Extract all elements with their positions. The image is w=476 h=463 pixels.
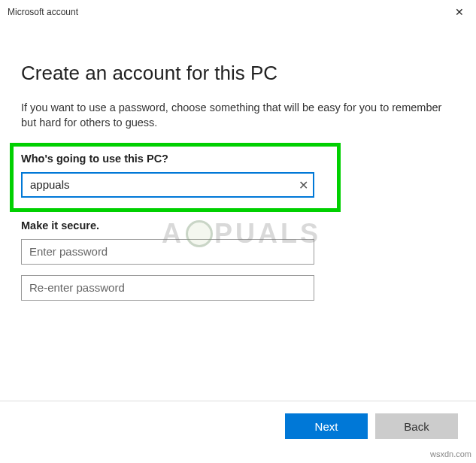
secure-label: Make it secure. xyxy=(21,219,455,232)
password-input[interactable] xyxy=(21,239,314,265)
username-input[interactable] xyxy=(21,172,314,198)
window-title: Microsoft account xyxy=(8,7,78,17)
footer-buttons: Next Back xyxy=(285,413,458,439)
clear-input-icon[interactable]: ✕ xyxy=(299,177,308,192)
secure-section: Make it secure. xyxy=(21,219,455,301)
reenter-password-input[interactable] xyxy=(21,275,314,301)
titlebar: Microsoft account ✕ xyxy=(0,0,476,24)
page-title: Create an account for this PC xyxy=(21,62,455,85)
intro-text: If you want to use a password, choose so… xyxy=(21,100,455,131)
close-icon: ✕ xyxy=(455,6,464,18)
back-button[interactable]: Back xyxy=(375,413,458,439)
close-button[interactable]: ✕ xyxy=(442,0,476,24)
username-label: Who's going to use this PC? xyxy=(21,153,329,165)
next-button[interactable]: Next xyxy=(285,413,368,439)
username-highlight-box: Who's going to use this PC? ✕ xyxy=(10,143,341,212)
source-tag: wsxdn.com xyxy=(430,449,471,458)
footer-separator xyxy=(0,401,476,401)
content-area: Create an account for this PC If you wan… xyxy=(0,24,476,301)
username-input-wrap: ✕ xyxy=(21,172,314,198)
